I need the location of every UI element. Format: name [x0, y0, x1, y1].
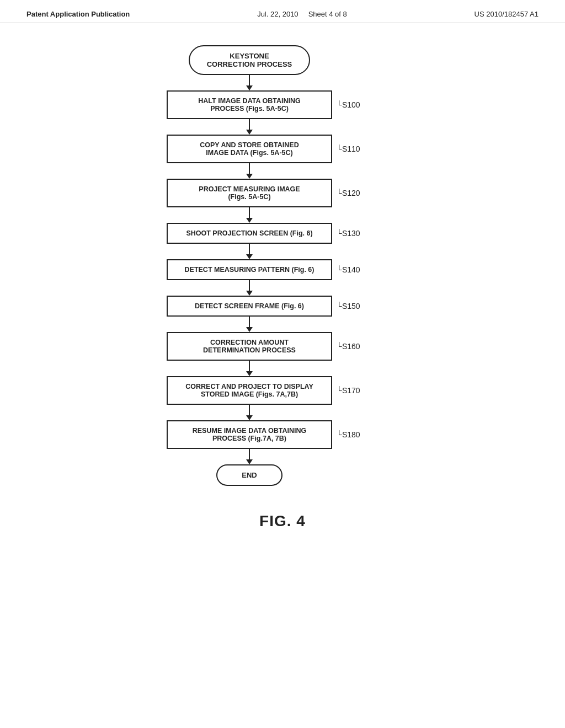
- flowchart: KEYSTONECORRECTION PROCESS HALT IMAGE DA…: [139, 45, 426, 486]
- header-date-sheet: Jul. 22, 2010 Sheet 4 of 8: [257, 10, 347, 18]
- step-s150: DETECT SCREEN FRAME (Fig. 6): [167, 296, 332, 317]
- step-s130: SHOOT PROJECTION SCREEN (Fig. 6): [167, 223, 332, 244]
- header-patent-number: US 2010/182457 A1: [475, 10, 539, 18]
- main-content: KEYSTONECORRECTION PROCESS HALT IMAGE DA…: [0, 23, 565, 530]
- step-s170: CORRECT AND PROJECT TO DISPLAYSTORED IMA…: [167, 376, 332, 405]
- step-s180: RESUME IMAGE DATA OBTAININGPROCESS (Fig.…: [167, 420, 332, 449]
- step-s120: PROJECT MEASURING IMAGE(Figs. 5A-5C): [167, 179, 332, 207]
- header-sheet: Sheet 4 of 8: [308, 10, 347, 18]
- step-s100: HALT IMAGE DATA OBTAININGPROCESS (Figs. …: [167, 90, 332, 119]
- step-s140: DETECT MEASURING PATTERN (Fig. 6): [167, 259, 332, 280]
- start-node: KEYSTONECORRECTION PROCESS: [189, 45, 310, 75]
- end-node: END: [216, 464, 282, 486]
- step-s160: CORRECTION AMOUNTDETERMINATION PROCESS: [167, 332, 332, 361]
- page-header: Patent Application Publication Jul. 22, …: [0, 0, 565, 23]
- header-publication-label: Patent Application Publication: [26, 10, 130, 18]
- step-s110: COPY AND STORE OBTAINEDIMAGE DATA (Figs.…: [167, 135, 332, 163]
- figure-caption: FIG. 4: [259, 512, 306, 530]
- header-date: Jul. 22, 2010: [257, 10, 298, 18]
